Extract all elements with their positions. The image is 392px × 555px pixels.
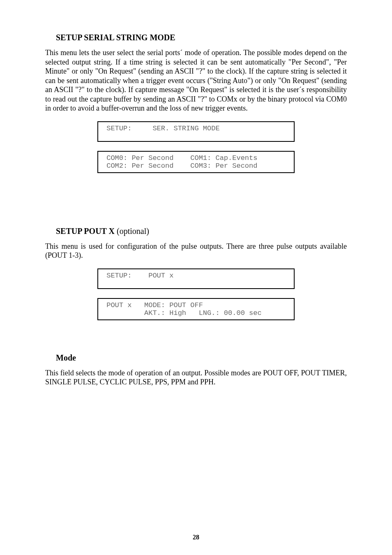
heading-mode: Mode xyxy=(56,353,347,363)
heading-setup-pout-x-bold: SETUP POUT X xyxy=(56,227,115,236)
page-number: 28 xyxy=(0,534,392,541)
heading-setup-pout-x: SETUP POUT X (optional) xyxy=(56,227,347,236)
lcd-text-com-ports: COM0: Per Second COM1: Cap.Events COM2: … xyxy=(102,154,290,170)
para-pout-x: This menu is used for configuration of t… xyxy=(45,242,347,260)
para-mode: This field selects the mode of operation… xyxy=(45,368,347,387)
lcd-box-setup-serial: SETUP: SER. STRING MODE xyxy=(97,121,295,142)
screen-group-serial: SETUP: SER. STRING MODE COM0: Per Second… xyxy=(45,121,347,173)
heading-setup-serial-string-mode: SETUP SERIAL STRING MODE xyxy=(56,33,347,42)
lcd-box-pout-mode: POUT x MODE: POUT OFF AKT.: High LNG.: 0… xyxy=(97,298,295,320)
lcd-text-setup-serial: SETUP: SER. STRING MODE xyxy=(102,125,290,132)
para-serial-string-mode: This menu lets the user select the seria… xyxy=(45,48,347,113)
lcd-text-setup-pout: SETUP: POUT x xyxy=(102,272,290,280)
lcd-box-setup-pout: SETUP: POUT x xyxy=(97,268,295,289)
screen-group-pout: SETUP: POUT x POUT x MODE: POUT OFF AKT.… xyxy=(45,268,347,320)
lcd-box-com-ports: COM0: Per Second COM1: Cap.Events COM2: … xyxy=(97,151,295,173)
lcd-text-pout-mode: POUT x MODE: POUT OFF AKT.: High LNG.: 0… xyxy=(102,301,290,317)
heading-setup-pout-x-tail: (optional) xyxy=(115,227,149,236)
